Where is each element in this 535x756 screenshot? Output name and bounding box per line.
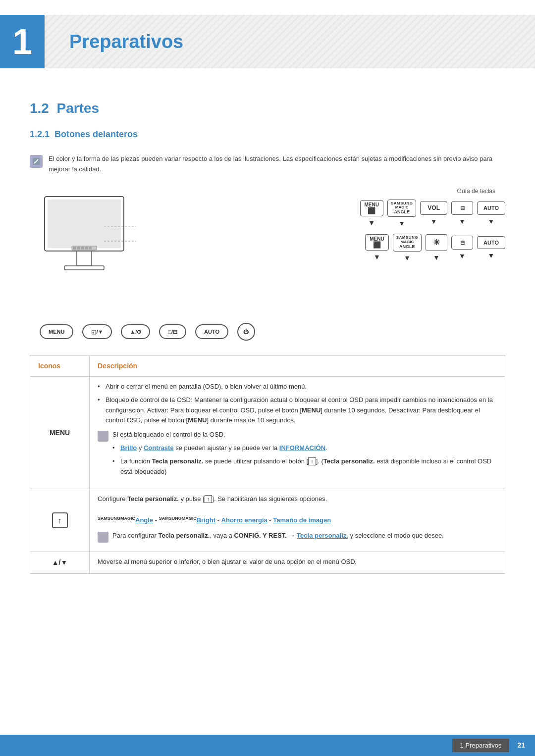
btn-auto[interactable]: AUTO [195,324,228,340]
key-menu: MENU ⬛ ▼ [360,200,383,228]
custom-key-icon: ↑ [52,512,68,528]
header-bg: Preparativos [45,15,535,68]
table-row-custom-key: ↑ Configure Tecla personaliz. y pulse [↑… [30,489,505,552]
custom-key-options: SAMSUNGMAGICAngle - SAMSUNGMAGICBright -… [98,515,497,526]
note-inline-text-2: Para configurar Tecla personaliz., vaya … [112,531,444,541]
note-text: El color y la forma de las piezas pueden… [49,154,505,175]
key-menu-2: MENU ⬛ ▼ [365,234,388,262]
magic-bright-link[interactable]: Bright [197,516,215,524]
note-block: El color y la forma de las piezas pueden… [0,154,535,175]
icon-cell-custom-key: ↑ [30,489,90,552]
menu-desc-item-1: Abrir o cerrar el menú en pantalla (OSD)… [98,382,497,392]
svg-rect-8 [77,247,80,249]
desc-cell-custom-key: Configure Tecla personaliz. y pulse [↑].… [90,489,505,552]
section-block: 1.2 Partes 1.2.1 Botones delanteros [0,88,535,154]
nav-desc: Moverse al menú superior o inferior, o b… [98,557,497,567]
tecla-personaliz-link[interactable]: Tecla personaliz. [297,532,348,539]
key-rect-2: ⊟ ▼ [451,236,473,261]
footer-chapter-label: 1 Preparativos [452,739,510,753]
desc-cell-menu: Abrir o cerrar el menú en pantalla (OSD)… [90,377,505,489]
menu-desc-list: Abrir o cerrar el menú en pantalla (OSD)… [98,382,497,426]
inner-item-tecla: La función Tecla personaliz. se puede ut… [112,456,497,477]
note-inline-icon-2 [98,532,108,543]
svg-rect-9 [81,247,84,249]
btn-menu[interactable]: MENU [40,324,73,340]
key-guide-label: Guía de teclas [159,187,505,196]
description-table: Iconos Descripción MENU Abrir o cerrar e… [30,355,505,573]
chapter-number: 1 [0,15,45,68]
svg-rect-7 [73,247,76,249]
btn-power[interactable]: ⏻ [237,323,255,341]
chapter-title: Preparativos [69,28,183,56]
key-guide-area: Guía de teclas MENU ⬛ ▼ SAMSUNG MAGIC AN… [159,187,505,268]
inner-item-brillo: Brillo y Contraste se pueden ajustar y s… [112,443,497,454]
inner-list-1: Brillo y Contraste se pueden ajustar y s… [112,443,497,477]
key-rect-1: ⊟ ▼ [451,201,473,227]
note-inline-icon-1 [98,431,108,442]
chapter-title-block: Preparativos [54,28,183,56]
menu-desc-item-2: Bloqueo de control de la OSD: Mantener l… [98,395,497,426]
tamano-link[interactable]: Tamaño de imagen [273,516,331,524]
magic-angle-link[interactable]: Angle [135,516,153,524]
contraste-link[interactable]: Contraste [144,444,174,452]
note-inline-1: Si está bloqueado el control de la OSD, … [98,430,497,480]
key-row-2: MENU ⬛ ▼ SAMSUNG MAGIC ANGLE ▼ ☀ ▼ [159,234,505,263]
section-title: 1.2 Partes [30,98,505,119]
btn-up-circle[interactable]: ▲/⊙ [121,324,150,340]
page-number: 21 [517,740,525,751]
svg-rect-10 [85,247,88,249]
ahorro-link[interactable]: Ahorro energía [221,516,268,524]
svg-rect-3 [48,200,121,248]
note-inline-2: Para configurar Tecla personaliz., vaya … [98,531,497,543]
svg-rect-11 [89,247,92,249]
chapter-header: 1 Preparativos [0,0,535,68]
note-inline-text-1: Si está bloqueado el control de la OSD, … [112,430,497,480]
key-brightness: ☀ ▼ [426,234,447,263]
table-row-menu: MENU Abrir o cerrar el menú en pantalla … [30,377,505,489]
btn-nav-down[interactable]: ◱/▼ [82,324,112,340]
icon-cell-nav: ▲/▼ [30,552,90,573]
key-samsung-magic-angle-2: SAMSUNG MAGIC ANGLE ▼ [393,234,422,263]
nav-icon-label: ▲/▼ [52,558,68,566]
col-header-description: Descripción [90,356,505,377]
btn-input-source[interactable]: □/⊟ [159,324,186,340]
custom-key-desc-main: Configure Tecla personaliz. y pulse [↑].… [98,494,497,504]
monitor-diagram [30,187,139,308]
svg-rect-5 [64,266,104,270]
icon-cell-menu: MENU [30,377,90,489]
note-icon [30,155,43,168]
key-vol: VOL ▼ [420,201,447,227]
page: 1 Preparativos 1.2 Partes 1.2.1 Botones … [0,0,535,756]
key-auto-2: AUTO ▼ [477,236,505,261]
pencil-icon [32,157,41,166]
desc-cell-nav: Moverse al menú superior o inferior, o b… [90,552,505,573]
page-footer: 1 Preparativos 21 [0,735,535,756]
diagram-area: Guía de teclas MENU ⬛ ▼ SAMSUNG MAGIC AN… [0,187,535,308]
key-auto-1: AUTO ▼ [477,202,505,227]
key-samsung-magic-angle: SAMSUNG MAGIC ANGLE ▼ [387,200,416,229]
brillo-link[interactable]: Brillo [120,444,137,452]
subsection-title: 1.2.1 Botones delanteros [30,128,505,141]
menu-icon-label: MENU [50,429,70,437]
informacion-link[interactable]: INFORMACIÓN [279,444,325,452]
col-header-icons: Iconos [30,356,90,377]
monitor-svg [30,187,139,305]
table-row-nav: ▲/▼ Moverse al menú superior o inferior,… [30,552,505,573]
bottom-buttons-row: MENU ◱/▼ ▲/⊙ □/⊟ AUTO ⏻ [0,323,535,341]
key-row-1: MENU ⬛ ▼ SAMSUNG MAGIC ANGLE ▼ VOL ▼ [159,200,505,229]
svg-rect-4 [77,251,92,266]
